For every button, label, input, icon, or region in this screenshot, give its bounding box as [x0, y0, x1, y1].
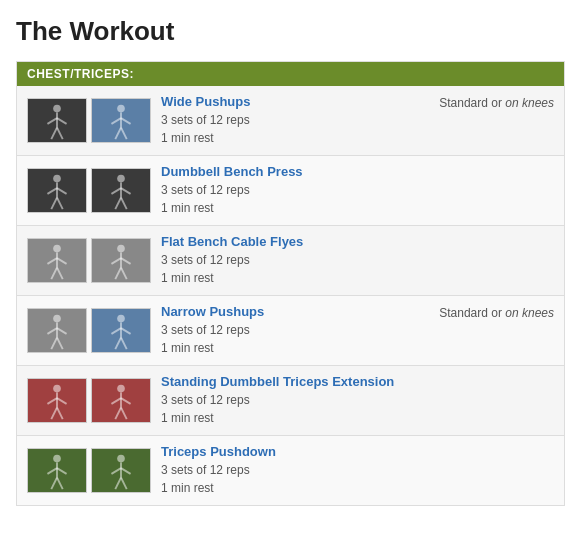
exercises-list: Wide Pushups 3 sets of 12 reps 1 min res… [17, 86, 564, 505]
exercise-row: Flat Bench Cable Flyes 3 sets of 12 reps… [17, 226, 564, 296]
exercise-thumb-1 [27, 448, 87, 493]
section-header: CHEST/TRICEPS: [17, 62, 564, 86]
exercise-row: Triceps Pushdown 3 sets of 12 reps 1 min… [17, 436, 564, 505]
exercise-name[interactable]: Narrow Pushups [161, 304, 429, 319]
exercise-thumb-2 [91, 168, 151, 213]
exercise-info: Triceps Pushdown 3 sets of 12 reps 1 min… [161, 444, 554, 497]
exercise-sets: 3 sets of 12 reps [161, 391, 554, 409]
svg-point-78 [117, 455, 125, 463]
exercise-thumb-1 [27, 308, 87, 353]
svg-point-22 [117, 175, 125, 183]
exercise-thumb-1 [27, 98, 87, 143]
exercise-sets: 3 sets of 12 reps [161, 321, 429, 339]
exercise-sets: 3 sets of 12 reps [161, 111, 429, 129]
exercise-thumb-1 [27, 378, 87, 423]
exercise-rest: 1 min rest [161, 269, 554, 287]
thumb-group [27, 448, 151, 493]
exercise-note: Standard or on knees [429, 304, 554, 320]
svg-point-15 [53, 175, 61, 183]
exercise-name[interactable]: Standing Dumbbell Triceps Extension [161, 374, 554, 389]
exercise-sets: 3 sets of 12 reps [161, 251, 554, 269]
exercise-rest: 1 min rest [161, 339, 429, 357]
svg-point-36 [117, 245, 125, 253]
exercise-rest: 1 min rest [161, 479, 554, 497]
exercise-row: Wide Pushups 3 sets of 12 reps 1 min res… [17, 86, 564, 156]
exercise-info: Narrow Pushups 3 sets of 12 reps 1 min r… [161, 304, 429, 357]
workout-section: CHEST/TRICEPS: [16, 61, 565, 506]
exercise-info: Dumbbell Bench Press 3 sets of 12 reps 1… [161, 164, 554, 217]
exercise-thumb-2 [91, 378, 151, 423]
page-title: The Workout [16, 16, 565, 47]
exercise-name[interactable]: Triceps Pushdown [161, 444, 554, 459]
exercise-thumb-2 [91, 238, 151, 283]
exercise-thumb-2 [91, 448, 151, 493]
thumb-group [27, 238, 151, 283]
svg-point-64 [117, 385, 125, 393]
svg-point-29 [53, 245, 61, 253]
svg-point-8 [117, 105, 125, 113]
exercise-info: Wide Pushups 3 sets of 12 reps 1 min res… [161, 94, 429, 147]
exercise-thumb-2 [91, 98, 151, 143]
svg-point-50 [117, 315, 125, 323]
exercise-info: Standing Dumbbell Triceps Extension 3 se… [161, 374, 554, 427]
exercise-name[interactable]: Dumbbell Bench Press [161, 164, 554, 179]
exercise-note: Standard or on knees [429, 94, 554, 110]
exercise-name[interactable]: Wide Pushups [161, 94, 429, 109]
exercise-thumb-2 [91, 308, 151, 353]
exercise-sets: 3 sets of 12 reps [161, 181, 554, 199]
svg-point-1 [53, 105, 61, 113]
exercise-name[interactable]: Flat Bench Cable Flyes [161, 234, 554, 249]
svg-point-71 [53, 455, 61, 463]
exercise-info: Flat Bench Cable Flyes 3 sets of 12 reps… [161, 234, 554, 287]
exercise-sets: 3 sets of 12 reps [161, 461, 554, 479]
thumb-group [27, 308, 151, 353]
exercise-thumb-1 [27, 238, 87, 283]
thumb-group [27, 98, 151, 143]
exercise-rest: 1 min rest [161, 409, 554, 427]
exercise-rest: 1 min rest [161, 199, 554, 217]
exercise-thumb-1 [27, 168, 87, 213]
exercise-row: Standing Dumbbell Triceps Extension 3 se… [17, 366, 564, 436]
svg-point-57 [53, 385, 61, 393]
exercise-row: Dumbbell Bench Press 3 sets of 12 reps 1… [17, 156, 564, 226]
svg-point-43 [53, 315, 61, 323]
exercise-row: Narrow Pushups 3 sets of 12 reps 1 min r… [17, 296, 564, 366]
exercise-rest: 1 min rest [161, 129, 429, 147]
thumb-group [27, 378, 151, 423]
thumb-group [27, 168, 151, 213]
